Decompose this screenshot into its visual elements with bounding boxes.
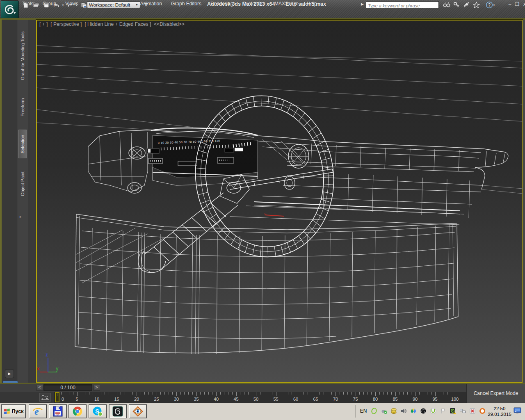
taskbar-app-floppy-64[interactable]: 64 <box>49 404 67 418</box>
window-controls: – ❐ x <box>507 1 525 7</box>
viewport-pov-menu[interactable]: [ Perspective ] <box>50 21 82 27</box>
world-axis-gizmo: x y z <box>37 352 59 372</box>
ruler-label-30: 30 <box>174 397 179 402</box>
tray-icon-coins[interactable] <box>390 408 397 414</box>
tray-icon-usb-safely-remove[interactable] <box>381 408 387 414</box>
ruler-tick <box>224 392 224 395</box>
tray-icon-green-ring[interactable] <box>371 408 377 414</box>
workspace-dropdown[interactable]: Workspace: Default ▼ <box>87 1 140 8</box>
taskbar-app-image-viewer[interactable] <box>129 404 147 418</box>
start-label: Пуск <box>12 409 24 414</box>
save-file-icon[interactable] <box>42 2 51 9</box>
time-slider-handle[interactable] <box>55 392 59 402</box>
3ds-max-logo-icon <box>2 2 17 17</box>
ruler-tick <box>439 392 439 395</box>
favorites-star-icon[interactable] <box>472 1 481 9</box>
system-tray <box>371 408 486 415</box>
ribbon-more-icon[interactable]: ▸ <box>20 215 21 219</box>
ruler-tick <box>308 392 308 395</box>
communication-center-icon[interactable] <box>462 1 471 9</box>
left-dash-cowl <box>88 131 148 193</box>
search-field[interactable] <box>366 1 439 8</box>
search-icon[interactable] <box>442 1 451 9</box>
toolbar-overflow-icon[interactable]: ▬▼ <box>143 2 149 7</box>
ruler-tick <box>300 392 300 395</box>
clock-time: 22:50 <box>487 406 512 411</box>
undo-icon[interactable] <box>52 2 61 9</box>
language-indicator[interactable]: EN <box>358 407 369 415</box>
file-title: Ecto salon5.max <box>285 1 326 7</box>
viewport-general-menu[interactable]: [ + ] <box>39 21 48 27</box>
cancel-expert-mode-button[interactable]: Cancel Expert Mode <box>466 384 525 403</box>
ruler-label-70: 70 <box>333 397 338 402</box>
ruler-tick <box>208 392 209 395</box>
tray-icon-dish[interactable] <box>420 408 427 414</box>
next-frame-button[interactable]: > <box>93 385 100 390</box>
ruler-tick <box>65 392 65 395</box>
windows-flag-icon <box>4 409 10 414</box>
taskbar-app-skype[interactable]: S <box>89 404 107 418</box>
ribbon-tab-graphite-modeling-tools[interactable]: Graphite Modeling Tools <box>18 29 27 83</box>
ruler-label-90: 90 <box>413 397 418 402</box>
tray-icon-error-cross[interactable] <box>469 408 476 414</box>
frame-counter[interactable]: 0 / 100 <box>43 384 92 391</box>
app-title: Autodesk 3ds Max 2013 x64 <box>207 1 275 7</box>
viewport-disabled-flag: <<Disabled>> <box>154 21 185 27</box>
previous-frame-button[interactable]: < <box>36 385 43 390</box>
show-desktop-icon[interactable] <box>514 407 522 414</box>
infocenter-arrow-icon[interactable]: ▶ <box>361 2 364 6</box>
ruler-tick <box>304 392 304 395</box>
taskbar-app-3ds-max[interactable] <box>109 404 127 418</box>
undo-dropdown-icon[interactable]: ▼ <box>62 4 64 7</box>
minimize-button[interactable]: – <box>507 1 513 7</box>
new-scene-icon[interactable] <box>21 2 30 9</box>
tray-icon-nvidia[interactable] <box>450 408 456 414</box>
close-button[interactable]: x <box>522 1 525 7</box>
tray-icon-flag[interactable] <box>440 408 446 414</box>
mini-curve-editor-icon[interactable] <box>39 393 51 402</box>
selected-edge[interactable] <box>265 213 284 216</box>
start-button[interactable]: Пуск <box>1 404 26 418</box>
taskbar-app-internet-explorer[interactable]: e <box>29 404 47 418</box>
viewport-shading-menu[interactable]: [ Hidden Line + Edged Faces ] <box>84 21 151 27</box>
ruler-tick <box>331 392 332 395</box>
restore-button[interactable]: ❐ <box>514 1 520 7</box>
ruler-tick <box>69 392 69 395</box>
tray-icon-utorrent[interactable] <box>430 408 436 414</box>
ruler-tick <box>455 392 455 396</box>
ruler-tick <box>284 392 284 395</box>
ruler-tick <box>292 392 292 395</box>
tray-icon-volume[interactable] <box>400 408 407 414</box>
ruler-tick <box>272 392 272 395</box>
tray-icon-google-drive[interactable] <box>410 408 417 414</box>
viewport-label: [ + ] [ Perspective ] [ Hidden Line + Ed… <box>39 21 185 27</box>
ruler-tick <box>336 392 336 396</box>
wireframe-scene: 0 10 20 30 40 50 60 70 80 90 100 110 120 <box>36 20 523 383</box>
ruler-tick <box>415 392 415 396</box>
ribbon-tab-freeform[interactable]: Freeform <box>18 94 27 121</box>
ruler-tick <box>371 392 372 395</box>
taskbar-app-google-chrome[interactable] <box>68 404 87 418</box>
ribbon-tab-selection[interactable]: Selection <box>18 130 27 158</box>
subscription-key-icon[interactable] <box>452 1 461 9</box>
ruler-tick <box>260 392 260 395</box>
redo-icon[interactable] <box>66 2 75 9</box>
ruler-tick <box>117 392 117 396</box>
ruler-label-75: 75 <box>353 397 358 402</box>
redo-dropdown-icon[interactable]: ▼ <box>75 4 78 7</box>
time-ruler[interactable]: 0510152025303540455055606570758085909510… <box>54 392 467 403</box>
ruler-tick <box>144 392 145 395</box>
search-input[interactable] <box>366 3 438 9</box>
help-dropdown-icon[interactable]: ▼ <box>493 4 495 7</box>
taskbar-clock[interactable]: 22:50 29.01.2015 <box>487 404 512 418</box>
ribbon-expand-button[interactable]: ▶ <box>5 369 14 378</box>
open-file-icon[interactable] <box>32 2 41 9</box>
tray-icon-orange-ring[interactable] <box>479 408 486 414</box>
ruler-label-0: 0 <box>62 397 64 402</box>
ruler-tick <box>148 392 149 395</box>
ruler-tick <box>379 392 380 395</box>
tray-icon-network[interactable] <box>459 408 466 414</box>
application-menu-button[interactable] <box>1 0 19 18</box>
ruler-tick <box>352 392 352 395</box>
ribbon-tab-object-paint[interactable]: Object Paint <box>18 165 27 203</box>
